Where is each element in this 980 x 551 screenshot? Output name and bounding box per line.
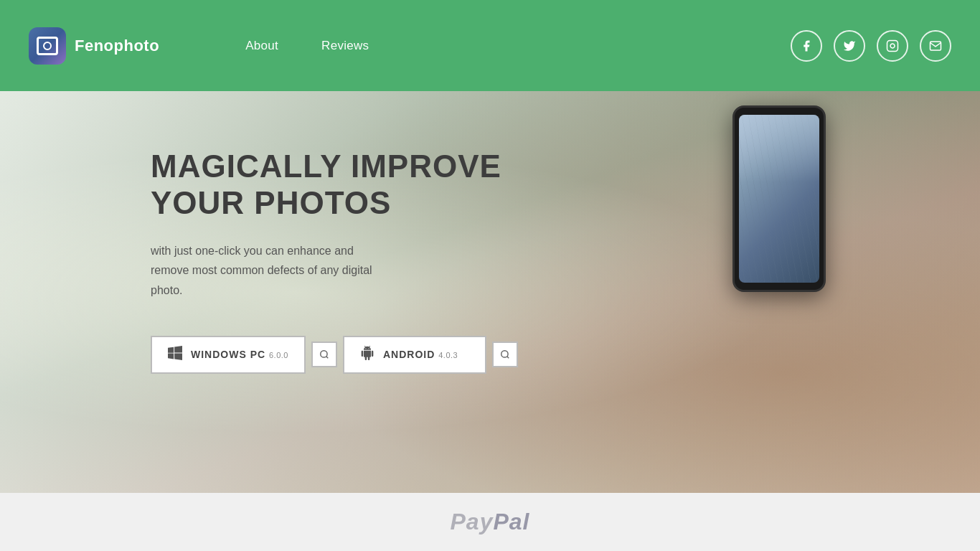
svg-line-3: [326, 357, 329, 359]
brand-link[interactable]: Fenophoto: [29, 27, 159, 65]
brand-name: Fenophoto: [75, 37, 159, 55]
instagram-icon: [886, 39, 899, 52]
social-links: [791, 30, 951, 62]
email-link[interactable]: [920, 30, 951, 62]
navbar: Fenophoto About Reviews: [0, 0, 980, 91]
svg-rect-0: [887, 40, 898, 51]
download-buttons: WINDOWS PC 6.0.0 ANDROID: [151, 336, 980, 374]
twitter-link[interactable]: [834, 30, 865, 62]
hero-section: MAGICALLY IMPROVE YOUR PHOTOS with just …: [0, 91, 980, 493]
facebook-link[interactable]: [791, 30, 822, 62]
facebook-icon: [800, 39, 813, 52]
svg-line-5: [507, 357, 509, 359]
svg-point-4: [501, 351, 508, 357]
windows-download-button[interactable]: WINDOWS PC 6.0.0: [151, 336, 306, 374]
windows-search-icon[interactable]: [311, 342, 337, 367]
paypal-logo: PayPal: [451, 509, 530, 535]
twitter-icon: [843, 39, 856, 52]
nav-link-reviews[interactable]: Reviews: [321, 39, 369, 53]
app-icon: [29, 27, 66, 65]
nav-links: About Reviews: [245, 39, 369, 53]
nav-link-about[interactable]: About: [245, 39, 278, 53]
hero-title: MAGICALLY IMPROVE YOUR PHOTOS: [151, 149, 509, 221]
android-download-button[interactable]: ANDROID 4.0.3: [343, 336, 486, 374]
paypal-strip: PayPal: [0, 493, 980, 551]
android-icon: [360, 346, 374, 364]
hero-content: MAGICALLY IMPROVE YOUR PHOTOS with just …: [0, 91, 980, 374]
android-search-icon[interactable]: [492, 342, 518, 367]
hero-subtitle: with just one-click you can enhance and …: [151, 241, 395, 300]
svg-point-2: [321, 351, 327, 357]
email-icon: [929, 39, 942, 52]
instagram-link[interactable]: [877, 30, 908, 62]
windows-icon: [168, 346, 182, 364]
windows-label: WINDOWS PC 6.0.0: [191, 349, 288, 360]
android-label: ANDROID 4.0.3: [383, 349, 458, 360]
